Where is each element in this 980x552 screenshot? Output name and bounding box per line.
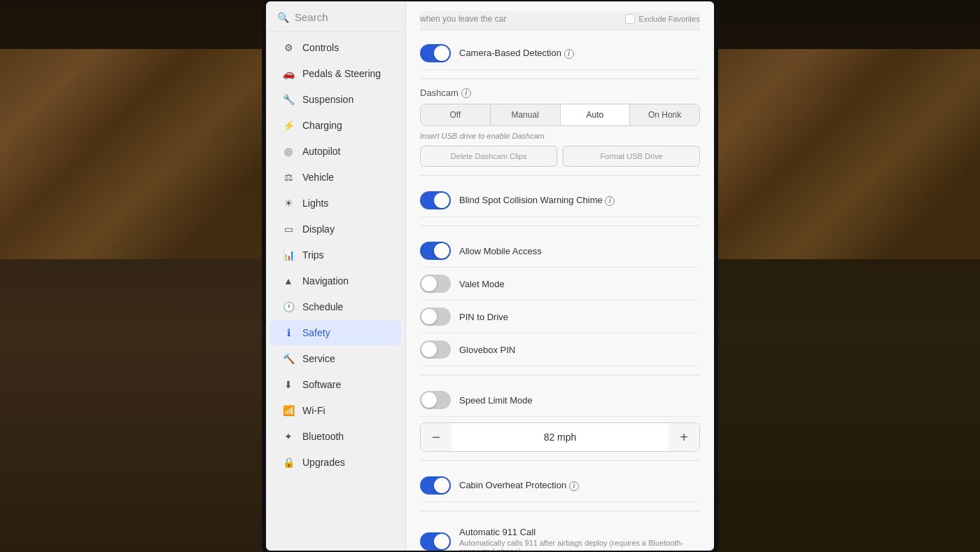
search-icon: 🔍 [277,12,289,23]
auto-911-toggle[interactable] [420,532,451,551]
display-icon: ▭ [281,223,295,235]
cabin-overheat-toggle[interactable] [420,476,451,495]
exclude-favorites-row: Exclude Favorites [625,14,700,24]
dashcam-mode-manual[interactable]: Manual [491,104,561,125]
camera-detection-label: Camera-Based Detection i [459,48,700,59]
bluetooth-icon: ✦ [281,431,295,442]
exclude-favorites-checkbox[interactable] [625,14,635,24]
dashcam-mode-honk[interactable]: On Honk [630,104,699,125]
wifi-icon: 📶 [281,405,295,416]
speed-limit-toggle[interactable] [420,391,451,409]
sidebar-item-trips[interactable]: 📊 Trips [270,242,401,268]
sidebar-item-bluetooth[interactable]: ✦ Bluetooth [270,424,401,449]
camera-detection-row: Camera-Based Detection i [420,37,700,70]
speed-limit-label: Speed Limit Mode [459,395,700,406]
valet-mode-toggle[interactable] [420,275,451,293]
sidebar-item-schedule[interactable]: 🕐 Schedule [270,294,401,319]
safety-label: Safety [302,327,330,338]
speed-decrease-button[interactable]: − [421,423,451,451]
dashcam-mode-control: Off Manual Auto On Honk [420,104,700,126]
bluetooth-label: Bluetooth [302,431,344,442]
divider-1 [420,78,700,79]
autopilot-label: Autopilot [302,146,340,157]
blind-spot-toggle[interactable] [420,191,451,209]
schedule-label: Schedule [302,301,343,312]
pin-to-drive-row: PIN to Drive [420,301,700,333]
dashcam-label: Dashcam i [420,88,700,98]
pin-to-drive-label: PIN to Drive [459,312,700,322]
dashcam-info[interactable]: i [461,88,471,98]
cabin-overheat-info[interactable]: i [569,481,579,491]
mobile-access-label: Allow Mobile Access [459,246,700,256]
speed-value: 82 mph [451,425,668,450]
usb-notice: Insert USB drive to enable Dashcam [420,132,700,140]
schedule-icon: 🕐 [281,301,295,312]
sidebar-item-wifi[interactable]: 📶 Wi-Fi [270,398,401,423]
camera-detection-info[interactable]: i [564,49,574,59]
trips-label: Trips [302,249,324,261]
divider-3 [420,226,700,226]
software-label: Software [302,379,341,390]
sidebar-item-safety[interactable]: ℹ Safety [270,320,401,345]
dashcam-section: Dashcam i Off Manual Auto On Honk Insert… [420,88,700,167]
camera-detection-toggle[interactable] [420,44,451,62]
lights-label: Lights [302,198,328,209]
sidebar-item-service[interactable]: 🔨 Service [270,346,401,371]
sidebar-item-lights[interactable]: ☀ Lights [270,191,401,216]
controls-label: Controls [302,42,339,53]
top-bar: when you leave the car Exclude Favorites [420,11,700,30]
safety-icon: ℹ [281,327,295,338]
glovebox-pin-label: Glovebox PIN [459,345,700,355]
service-label: Service [302,353,335,364]
delete-dashcam-button[interactable]: Delete Dashcam Clips [420,146,557,167]
dashcam-action-buttons: Delete Dashcam Clips Format USB Drive [420,146,700,167]
valet-mode-label: Valet Mode [459,279,700,289]
dashcam-mode-off[interactable]: Off [421,104,491,125]
auto-911-label: Automatic 911 Call Automatically calls 9… [459,527,700,552]
navigation-icon: ▲ [281,275,295,287]
blind-spot-info[interactable]: i [605,196,615,206]
sidebar-item-upgrades[interactable]: 🔒 Upgrades [270,450,401,475]
leave-car-text: when you leave the car [420,14,506,24]
auto-911-row: Automatic 911 Call Automatically calls 9… [420,520,700,552]
format-usb-button[interactable]: Format USB Drive [563,146,700,167]
search-bar[interactable]: 🔍 Search [266,6,405,32]
sidebar-item-software[interactable]: ⬇ Software [270,372,401,397]
upgrades-icon: 🔒 [281,457,295,468]
sidebar-item-autopilot[interactable]: ◎ Autopilot [270,139,401,164]
dashcam-mode-auto[interactable]: Auto [561,104,631,125]
cabin-overheat-label: Cabin Overheat Protection i [459,480,700,491]
wifi-label: Wi-Fi [302,405,326,416]
sidebar-item-navigation[interactable]: ▲ Navigation [270,268,401,294]
speed-control: − 82 mph + [420,422,700,452]
service-icon: 🔨 [281,353,295,364]
upgrades-label: Upgrades [302,457,345,468]
divider-2 [420,175,700,176]
blind-spot-row: Blind Spot Collision Warning Chime i [420,184,700,217]
sidebar-item-vehicle[interactable]: ⚖ Vehicle [270,165,401,190]
suspension-icon: 🔧 [281,94,295,105]
glovebox-pin-toggle[interactable] [420,340,451,359]
sidebar-item-suspension[interactable]: 🔧 Suspension [270,87,401,112]
mobile-access-toggle[interactable] [420,242,451,260]
sidebar-item-charging[interactable]: ⚡ Charging [270,113,401,138]
sidebar: 🔍 Search ⚙ Controls 🚗 Pedals & Steering … [266,0,406,552]
divider-4 [420,375,700,375]
navigation-label: Navigation [302,275,349,287]
blind-spot-label: Blind Spot Collision Warning Chime i [459,195,700,206]
lights-icon: ☀ [281,198,295,209]
pin-to-drive-toggle[interactable] [420,308,451,326]
speed-limit-row: Speed Limit Mode [420,384,700,417]
sidebar-item-controls[interactable]: ⚙ Controls [270,35,401,60]
glovebox-pin-row: Glovebox PIN [420,333,700,366]
exclude-favorites-label: Exclude Favorites [639,15,700,23]
sidebar-item-pedals[interactable]: 🚗 Pedals & Steering [270,61,401,86]
charging-icon: ⚡ [281,120,295,131]
trips-icon: 📊 [281,249,295,261]
sidebar-item-display[interactable]: ▭ Display [270,216,401,242]
pedals-label: Pedals & Steering [302,68,381,79]
suspension-label: Suspension [302,94,354,105]
speed-increase-button[interactable]: + [668,423,699,451]
charging-label: Charging [302,120,342,131]
valet-mode-row: Valet Mode [420,268,700,301]
